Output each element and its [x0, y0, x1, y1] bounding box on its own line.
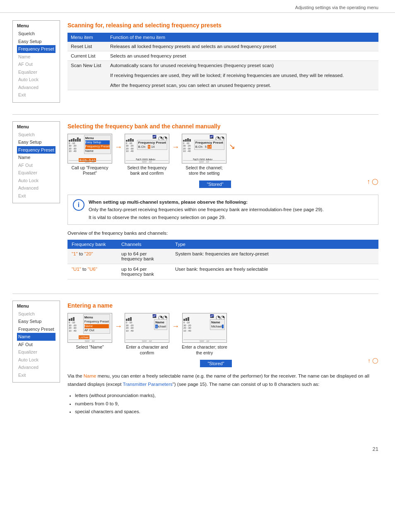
menu-item-equalizer-2: Equalizer: [17, 169, 55, 177]
tx-params-link[interactable]: Transmitter Parameters: [123, 382, 172, 387]
menu-item-squelch-1: Squelch: [17, 30, 55, 38]
freq-type-u1u6: User bank: frequencies are freely select…: [171, 264, 378, 279]
section1-menu: Menu Squelch Easy Setup Frequency Preset…: [12, 20, 60, 103]
section3-content: Entering a name 0 -10 30 -20: [67, 301, 378, 419]
table-row-currentlist: Current List Selects an unused frequency…: [67, 51, 378, 61]
menu-item-exit-2: Exit: [17, 192, 55, 200]
menu-item-freqpreset-3: Frequency Preset: [17, 325, 55, 333]
diagram-box-2: 0 -10 30 -20 20 -30 10 -40 ◔◔ 🌌 Frequenc…: [125, 134, 169, 164]
page-header: Adjusting settings via the operating men…: [0, 0, 395, 13]
section3-diagram-box-1: 0 -10 30 -20 20 -30 10 -40 Menu Frequenc…: [67, 313, 112, 343]
section3-diagram-col-1: 0 -10 30 -20 20 -30 10 -40 Menu Frequenc…: [67, 313, 112, 350]
arrow-2: →: [172, 143, 179, 152]
menu-item-exit-3: Exit: [17, 371, 55, 379]
freq-col-channels: Channels: [117, 240, 171, 249]
freq-row-1to20: "1" to "20" up to 64 per frequency bank …: [67, 249, 378, 264]
stored-section-2: ↘: [229, 142, 235, 152]
freq-bank-u1u6: "U1" to "U6": [67, 264, 117, 279]
menu-item-freqpreset-2[interactable]: Frequency Preset: [17, 146, 55, 154]
page-number: 21: [0, 443, 395, 455]
name-link: Name: [84, 373, 96, 378]
menu-title-1: Menu: [17, 23, 55, 28]
diagram-box-3: 0 -10 30 -20 20 -30 10 -40 ◔◔ 🌌 Frequenc…: [182, 134, 226, 164]
bullet-item-1: letters (without pronounciation marks),: [75, 392, 378, 400]
menu-item-equalizer-1: Equalizer: [17, 68, 55, 76]
menu-item-advanced-1: Advanced: [17, 84, 55, 91]
info-bold-2: When setting up multi-channel systems, p…: [89, 200, 248, 205]
menu-item-squelch-3: Squelch: [17, 310, 55, 318]
cell-resetlist-desc: Releases all locked frequency presets an…: [107, 42, 378, 51]
bullet-item-3: special characters and spaces.: [75, 408, 378, 416]
col-header-item: Menu item: [67, 33, 107, 42]
menu-item-name-1: Name: [17, 53, 55, 61]
section1-table: Menu item Function of the menu item Rese…: [67, 33, 378, 90]
section3-row: Menu Squelch Easy Setup Frequency Preset…: [12, 301, 378, 419]
section2-row: Menu Squelch Easy Setup Frequency Preset…: [12, 121, 378, 282]
menu-item-advanced-3: Advanced: [17, 363, 55, 371]
stored-badge-2: "Stored": [199, 181, 231, 188]
table-row-scannewlist: Scan New List Automatically scans for un…: [67, 61, 378, 90]
col-header-function: Function of the menu item: [107, 33, 378, 42]
freq-bank-1-link: "1": [72, 251, 78, 256]
freq-table: Frequency bank Channels Type "1" to "20"…: [67, 240, 378, 279]
menu-item-squelch-2: Squelch: [17, 131, 55, 139]
stored-row-3: "Stored" ↑ ◯: [67, 357, 378, 370]
info-box-2: i When setting up multi-channel systems,…: [67, 195, 378, 225]
section2-title: Selecting the frequency bank and the cha…: [67, 123, 378, 130]
divider-2: [12, 294, 378, 294]
diagram-label-1: Call up "FrequencyPreset": [72, 165, 108, 176]
diagram-label-3: Select the channel;store the setting: [185, 165, 222, 176]
freq-col-bank: Frequency bank: [67, 240, 117, 249]
arrow-1: →: [115, 143, 122, 152]
menu-item-easysetup-1: Easy Setup: [17, 38, 55, 46]
info-line1-2: Only the factory-preset receiving freque…: [89, 207, 324, 212]
menu-item-autolock-2: Auto Lock: [17, 177, 55, 185]
page-num-value: 21: [373, 446, 378, 452]
menu-title-2: Menu: [17, 124, 55, 129]
section1-row: Menu Squelch Easy Setup Frequency Preset…: [12, 20, 378, 103]
diagram-col-3: 0 -10 30 -20 20 -30 10 -40 ◔◔ 🌌 Frequenc…: [182, 134, 226, 176]
menu-item-exit-1: Exit: [17, 91, 55, 99]
cell-resetlist-item: Reset List: [67, 42, 107, 51]
arrow-3b: →: [172, 322, 179, 331]
menu-item-name-2: Name: [17, 154, 55, 161]
menu-item-advanced-2: Advanced: [17, 184, 55, 192]
freq-bank-20-link: "20": [84, 251, 93, 256]
menu-title-3: Menu: [17, 303, 55, 308]
menu-item-easysetup-2: Easy Setup: [17, 138, 55, 146]
menu-item-name-3[interactable]: Name: [17, 333, 55, 341]
info-text-2: When setting up multi-channel systems, p…: [89, 198, 373, 221]
cell-scannewlist-desc: Automatically scans for unused receiving…: [107, 61, 378, 90]
name-paragraph: Via the Name menu, you can enter a freel…: [67, 372, 378, 388]
section2-diagrams: 0 -10 30 -20 20 -30 10 -40 Menu Easy Set…: [67, 134, 378, 176]
section3-diagram-box-2: 0 -10 30 -20 20 -30 10 -40 ◔◔ 🌌 Name Lic…: [125, 313, 169, 343]
diagram-label-2: Select the frequencybank and confirm: [127, 165, 167, 176]
overview-text: Overview of the frequency banks and chan…: [67, 231, 378, 236]
section2-menu: Menu Squelch Easy Setup Frequency Preset…: [12, 121, 60, 204]
cell-currentlist-item: Current List: [67, 51, 107, 61]
info-icon-2: i: [73, 199, 84, 211]
section1-content: Scanning for, releasing and selecting fr…: [67, 20, 378, 94]
main-content: Menu Squelch Easy Setup Frequency Preset…: [0, 13, 395, 443]
section3-diagram-label-2: Enter a character andconfirm: [126, 344, 168, 356]
freq-type-1to20: System bank: frequencies are factory-pre…: [171, 249, 378, 264]
diagram-box-1: 0 -10 30 -20 20 -30 10 -40 Menu Easy Set…: [67, 134, 112, 164]
menu-item-equalizer-3: Equalizer: [17, 348, 55, 356]
section3-diagram-box-3: 0 -10 30 -20 20 -30 10 -40 ◔◔ 🌌 Name Mic…: [182, 313, 227, 343]
menu-item-freqpreset-1[interactable]: Frequency Preset: [17, 45, 55, 53]
section2-content: Selecting the frequency bank and the cha…: [67, 121, 378, 282]
cell-scannewlist-item: Scan New List: [67, 61, 107, 90]
menu-item-afout-3: AF Out: [17, 341, 55, 349]
freq-bank-u6-link: "U6": [88, 267, 97, 272]
menu-item-afout-1: AF Out: [17, 60, 55, 68]
section3-diagram-col-3: 0 -10 30 -20 20 -30 10 -40 ◔◔ 🌌 Name Mic…: [182, 313, 227, 356]
bullet-list: letters (without pronounciation marks), …: [75, 392, 378, 416]
freq-row-u1u6: "U1" to "U6" up to 64 per frequency bank…: [67, 264, 378, 279]
freq-bank-u1-link: "U1": [72, 267, 81, 272]
stored-badge-3: "Stored": [200, 360, 231, 367]
info-line2-2: It is vital to observe the notes on freq…: [89, 215, 226, 220]
menu-item-autolock-3: Auto Lock: [17, 356, 55, 364]
header-text: Adjusting settings via the operating men…: [295, 5, 378, 10]
section3-title: Entering a name: [67, 302, 378, 309]
menu-item-autolock-1: Auto Lock: [17, 76, 55, 84]
